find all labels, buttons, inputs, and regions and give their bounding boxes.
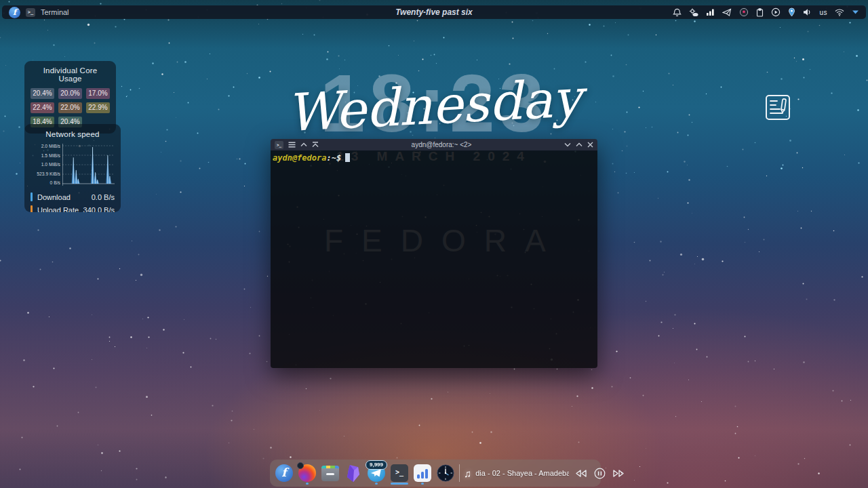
rewind-button[interactable] (573, 465, 588, 481)
fedora-logo-icon: f (275, 464, 293, 482)
upload-label: Upload Rate (37, 206, 79, 213)
network-y-axis: 2.0 MiB/s 1.5 MiB/s 1.0 MiB/s 523.9 KiB/… (31, 144, 62, 186)
terminal-cursor (345, 153, 350, 162)
download-color-chip (31, 192, 33, 201)
prompt-path: :~$ (326, 153, 341, 163)
minimize-button[interactable] (564, 142, 571, 147)
network-graph: 2.0 MiB/s 1.5 MiB/s 1.0 MiB/s 523.9 KiB/… (31, 144, 115, 186)
fast-forward-button[interactable] (611, 465, 626, 481)
y-tick: 2.0 MiB/s (35, 144, 60, 149)
keyboard-layout[interactable]: us (819, 9, 827, 16)
download-label: Download (37, 193, 71, 201)
core-badge: 22.4% (31, 102, 54, 113)
music-track-title: dia - 02 - Shayea - Amadebash [Pr (475, 469, 569, 477)
weather-icon[interactable] (689, 8, 698, 17)
taskbar-terminal-icon[interactable]: >_ (26, 8, 35, 17)
legend-download-row: Download 0.0 B/s (31, 192, 115, 201)
network-legend: Download 0.0 B/s Upload Rate 340.0 B/s (31, 192, 115, 212)
archive-icon (321, 466, 339, 481)
terminal-body[interactable]: aydn@fedora:~$ (271, 150, 597, 368)
wallpaper-clock: 18:23 Wednesday 13 MARCH 2024 (0, 62, 868, 144)
core-badge: 20.4% (31, 88, 54, 99)
y-tick: 0 B/s (35, 181, 60, 186)
dock-app-firefox[interactable] (298, 462, 317, 485)
core-usage-grid: 20.4% 20.0% 17.0% 22.4% 22.0% 22.9% 18.4… (31, 88, 110, 127)
core-usage-widget: Individual Core Usage 20.4% 20.0% 17.0% … (24, 61, 116, 134)
y-tick: 1.0 MiB/s (35, 163, 60, 167)
dock-separator (459, 464, 460, 482)
running-indicator (421, 483, 424, 485)
dock-app-usage[interactable] (413, 462, 432, 485)
chevron-up-icon[interactable] (300, 142, 307, 147)
terminal-title: aydn@fedora:~ <2> (323, 141, 559, 148)
maximize-button[interactable] (576, 142, 583, 147)
telegram-unread-badge: 9,999 (366, 460, 387, 470)
scroll-top-icon[interactable] (312, 142, 319, 148)
notes-widget-icon[interactable] (764, 92, 791, 125)
clipboard-icon[interactable] (756, 8, 764, 17)
dock: f 9,999 >_ (270, 460, 601, 487)
download-value: 0.0 B/s (92, 193, 115, 201)
dock-app-terminal[interactable]: >_ (390, 462, 409, 485)
running-indicator (306, 483, 309, 485)
dock-app-files[interactable] (321, 462, 340, 485)
bar-chart-icon (414, 464, 431, 482)
core-badge: 17.0% (86, 88, 110, 99)
network-spikes-chart (62, 144, 115, 186)
taskbar-window-label[interactable]: Terminal (41, 8, 69, 16)
upload-value: 340.0 B/s (83, 206, 115, 213)
telegram-tray-icon[interactable] (722, 8, 732, 17)
prompt-user: aydn@fedora (273, 153, 326, 163)
top-panel: f >_ Terminal Twenty-five past six us (2, 5, 866, 19)
dock-app-obsidian[interactable] (344, 462, 363, 485)
pause-button[interactable] (592, 465, 607, 481)
upload-color-chip (31, 205, 33, 212)
menu-icon[interactable] (288, 142, 296, 148)
firefox-container-badge (297, 462, 304, 469)
close-button[interactable] (587, 142, 593, 148)
core-badge: 22.0% (58, 102, 82, 113)
active-indicator (391, 483, 408, 485)
network-speed-widget: Network speed 2.0 MiB/s 1.5 MiB/s 1.0 Mi… (24, 124, 121, 212)
y-tick: 523.9 KiB/s (35, 171, 60, 176)
core-badge: 22.9% (86, 102, 110, 113)
fedora-menu-icon[interactable]: f (9, 7, 20, 18)
signal-bars-icon[interactable] (706, 8, 715, 16)
core-badge: 20.0% (58, 88, 82, 99)
location-icon[interactable] (788, 7, 795, 17)
dock-app-fedora[interactable]: f (275, 462, 294, 485)
network-title: Network speed (31, 130, 115, 138)
dock-app-clock[interactable] (436, 462, 455, 485)
terminal-app-icon: >_ (275, 141, 283, 149)
music-note-icon: ♫ (464, 468, 471, 479)
obsidian-icon (345, 464, 361, 483)
terminal-dock-icon: >_ (391, 464, 408, 482)
starfield-bright (0, 0, 1, 1)
recorder-icon[interactable] (739, 7, 749, 17)
wifi-icon[interactable] (835, 9, 844, 16)
running-indicator (375, 483, 378, 485)
desktop: 18:23 Wednesday 13 MARCH 2024 FEDORA f >… (0, 0, 868, 488)
media-play-icon[interactable] (771, 7, 781, 17)
legend-upload-row: Upload Rate 340.0 B/s (31, 205, 115, 212)
y-tick: 1.5 MiB/s (35, 153, 60, 158)
system-tray: us (673, 7, 859, 17)
volume-icon[interactable] (803, 8, 812, 16)
core-usage-title: Individual Core Usage (31, 66, 110, 83)
bell-icon[interactable] (673, 8, 682, 17)
terminal-titlebar[interactable]: >_ aydn@fedora:~ <2> (271, 139, 597, 150)
panel-chevron-down-icon[interactable] (852, 9, 859, 15)
dock-app-telegram[interactable]: 9,999 (367, 462, 386, 485)
terminal-window[interactable]: >_ aydn@fedora:~ <2> aydn@fedora:~$ (271, 139, 597, 368)
clock-icon (437, 464, 454, 482)
